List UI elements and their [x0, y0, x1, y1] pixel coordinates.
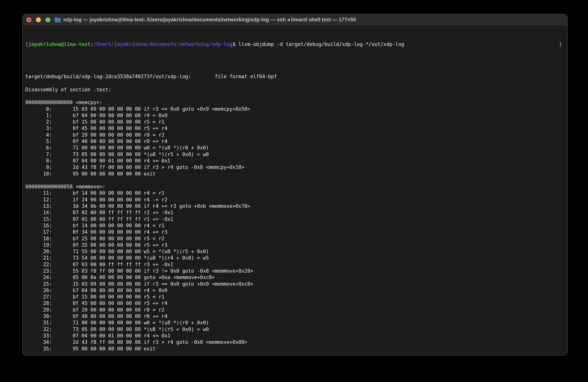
terminal-line: 12: 1f 24 00 00 00 00 00 00 r4 -= r2	[25, 197, 567, 203]
terminal-line: 14: 07 02 00 00 ff ff ff ff r2 += -0x1	[25, 209, 567, 216]
traffic-lights	[26, 17, 50, 22]
terminal-line: 22: 07 03 00 00 ff ff ff ff r3 += -0x1	[25, 261, 567, 268]
terminal-line: 32: 73 05 00 00 00 00 00 00 *(u8 *)(r5 +…	[25, 326, 567, 333]
terminal-line: 21: 73 54 00 00 00 00 00 00 *(u8 *)(r4 +…	[25, 255, 567, 261]
terminal-line: 33: 07 04 00 00 01 00 00 00 r4 += 0x1	[25, 333, 567, 339]
terminal-line: 4: bf 20 00 00 00 00 00 00 r0 = r2	[25, 132, 567, 138]
terminal-line: 5: 0f 40 00 00 00 00 00 00 r0 += r4	[25, 138, 567, 144]
terminal-line: 24: 05 00 0a 00 00 00 00 00 goto +0xa <m…	[25, 274, 567, 281]
terminal-line	[25, 352, 567, 356]
terminal-line: 18: bf 25 00 00 00 00 00 00 r5 = r2	[25, 235, 567, 242]
terminal-line	[25, 67, 567, 73]
prompt-close-bracket: ]	[559, 41, 562, 47]
terminal-line: 25: 15 03 09 00 00 00 00 00 if r3 == 0x0…	[25, 281, 567, 287]
prompt-cwd: /Users/jayakrishna/documents/networking/…	[93, 41, 232, 47]
terminal-line: 15: 07 01 00 00 ff ff ff ff r1 += -0x1	[25, 216, 567, 222]
terminal-line: 28: 0f 45 00 00 00 00 00 00 r5 += r4	[25, 300, 567, 306]
terminal-body[interactable]: [jayakrishna@lima-test:/Users/jayakrishn…	[23, 25, 567, 356]
terminal-line: 31: 71 00 00 00 00 00 00 00 w0 = *(u8 *)…	[25, 320, 567, 326]
terminal-line: 16: bf 14 00 00 00 00 00 00 r4 = r1	[25, 222, 567, 229]
terminal-line: 17: 0f 34 00 00 00 00 00 00 r4 += r3	[25, 229, 567, 235]
terminal-line: 13: 3d 34 0b 00 00 00 00 00 if r4 >= r3 …	[25, 203, 567, 209]
minimize-button[interactable]	[36, 17, 41, 22]
terminal-line	[25, 80, 567, 86]
terminal-line: 19: 0f 35 00 00 00 00 00 00 r5 += r3	[25, 242, 567, 248]
terminal-line: 30: 0f 40 00 00 00 00 00 00 r0 += r4	[25, 313, 567, 320]
terminal-line: 0: 15 03 09 00 00 00 00 00 if r3 == 0x0 …	[25, 106, 567, 112]
terminal-line: 9: 2d 43 f8 ff 00 00 00 00 if r3 > r4 go…	[25, 164, 567, 170]
terminal-line: 35: 95 00 00 00 00 00 00 00 exit	[25, 345, 567, 352]
prompt-colon: :	[90, 41, 93, 47]
terminal-line: 26: b7 04 00 00 00 00 00 00 r4 = 0x0	[25, 287, 567, 294]
title-group: xdp-log — jayakrishna@lima-test: /Users/…	[55, 17, 356, 23]
close-button[interactable]	[26, 17, 31, 22]
prompt-line: [jayakrishna@lima-test:/Users/jayakrishn…	[25, 41, 567, 47]
terminal-line: 2: bf 15 00 00 00 00 00 00 r5 = r1	[25, 119, 567, 125]
titlebar[interactable]: xdp-log — jayakrishna@lima-test: /Users/…	[23, 14, 567, 25]
terminal-window: xdp-log — jayakrishna@lima-test: /Users/…	[22, 14, 567, 356]
terminal-line: 1: b7 04 00 00 00 00 00 00 r4 = 0x0	[25, 112, 567, 119]
terminal-line	[25, 177, 567, 183]
terminal-line: 6: 71 00 00 00 00 00 00 00 w0 = *(u8 *)(…	[25, 144, 567, 151]
prompt-dollar: $	[232, 41, 236, 47]
prompt-open-bracket: [	[25, 41, 28, 47]
prompt-user-host: jayakrishna@lima-test	[28, 41, 91, 47]
terminal-line: 27: bf 15 00 00 00 00 00 00 r5 = r1	[25, 294, 567, 300]
terminal-line: 11: bf 14 00 00 00 00 00 00 r4 = r1	[25, 190, 567, 196]
terminal-line: 23: 55 03 f8 ff 00 00 00 00 if r3 != 0x0…	[25, 268, 567, 274]
terminal-line	[25, 93, 567, 99]
terminal-line: 7: 73 05 00 00 00 00 00 00 *(u8 *)(r5 + …	[25, 151, 567, 158]
terminal-line: 29: bf 20 00 00 00 00 00 00 r0 = r2	[25, 307, 567, 313]
terminal-line: 0000000000000058 <memmove>:	[25, 183, 567, 190]
terminal-line: 10: 95 00 00 00 00 00 00 00 exit	[25, 171, 567, 177]
folder-icon[interactable]	[55, 18, 61, 22]
terminal-line: 3: 0f 45 00 00 00 00 00 00 r5 += r4	[25, 125, 567, 131]
terminal-line: 8: 07 04 00 00 01 00 00 00 r4 += 0x1	[25, 158, 567, 164]
terminal-line: 20: 71 55 00 00 00 00 00 00 w5 = *(u8 *)…	[25, 248, 567, 255]
zoom-button[interactable]	[45, 17, 50, 22]
prompt-command: llvm-objdump -d target/debug/build/xdp-l…	[235, 41, 404, 47]
terminal-line: 34: 2d 43 f8 ff 00 00 00 00 if r3 > r4 g…	[25, 339, 567, 345]
terminal-line: Disassembly of section .text:	[25, 86, 567, 93]
window-title: xdp-log — jayakrishna@lima-test: /Users/…	[63, 17, 356, 23]
desktop: xdp-log — jayakrishna@lima-test: /Users/…	[0, 0, 588, 382]
terminal-line: target/debug/build/xdp-log-2dce3538a7402…	[25, 73, 567, 80]
terminal-line: 0000000000000000 <memcpy>:	[25, 99, 567, 106]
